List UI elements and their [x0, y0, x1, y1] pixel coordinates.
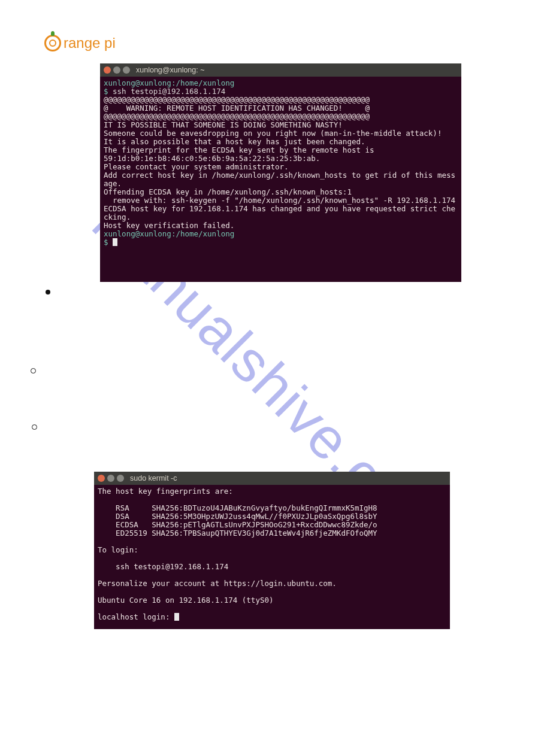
line-eaves: Someone could be eavesdropping on you ri…: [104, 129, 442, 138]
orange-pi-logo: range pi: [44, 35, 116, 51]
rsa-line: RSA SHA256:BDTuzoU4JABuKznGvyaftyo/bukEn…: [98, 503, 377, 512]
close-icon: [104, 66, 111, 74]
terminal-screenshot-kermit: sudo kermit -c The host key fingerprints…: [94, 472, 450, 629]
ed25519-line: ED25519 SHA256:TPBSaupQTHYEV3Gj0d7A1teWv…: [98, 529, 377, 538]
line-fail: Host key verification failed.: [104, 221, 234, 230]
terminal-body: The host key fingerprints are: RSA SHA25…: [94, 485, 450, 625]
to-login: To login:: [98, 545, 138, 554]
line-fp2: 59:1d:b0:1e:b8:46:c0:5e:6b:9a:5a:22:5a:2…: [104, 154, 320, 163]
cursor-icon: [113, 238, 117, 246]
orange-pi-icon: [44, 35, 61, 51]
prompt-symbol: $: [104, 87, 113, 96]
orange-pi-wordmark: range pi: [64, 35, 116, 51]
terminal-titlebar: xunlong@xunlong: ~: [100, 63, 461, 77]
terminal-screenshot-ssh-warning: xunlong@xunlong: ~ xunlong@xunlong:/home…: [100, 63, 461, 282]
localhost-login: localhost login:: [98, 612, 174, 621]
terminal-titlebar: sudo kermit -c: [94, 472, 450, 485]
ubuntu-core: Ubuntu Core 16 on 192.168.1.174 (ttyS0): [98, 596, 274, 605]
prompt-path2: xunlong@xunlong:/home/xunlong: [104, 229, 234, 238]
ssh-login: ssh testopi@192.168.1.174: [98, 562, 228, 571]
line-remove: remove with: ssh-keygen -f "/home/xunlon…: [104, 196, 455, 205]
line-off: Offending ECDSA key in /home/xunlong/.ss…: [104, 187, 352, 196]
maximize-icon: [123, 66, 130, 74]
line-also: It is also possible that a host key has …: [104, 137, 365, 146]
cursor-icon: [174, 613, 179, 621]
terminal-title: xunlong@xunlong: ~: [136, 66, 205, 74]
prompt-symbol2: $: [104, 238, 113, 247]
fp-are: The host key fingerprints are:: [98, 487, 233, 496]
warn-sep: @@@@@@@@@@@@@@@@@@@@@@@@@@@@@@@@@@@@@@@@…: [104, 95, 370, 104]
bullet-hollow: [31, 368, 36, 374]
line-nasty: IT IS POSSIBLE THAT SOMEONE IS DOING SOM…: [104, 120, 343, 129]
ssh-command: ssh testopi@192.168.1.174: [113, 87, 225, 96]
warn-sep2: @@@@@@@@@@@@@@@@@@@@@@@@@@@@@@@@@@@@@@@@…: [104, 112, 370, 121]
line-add: Add correct host key in /home/xunlong/.s…: [104, 171, 455, 188]
maximize-icon: [117, 475, 124, 482]
minimize-icon: [113, 66, 120, 74]
dsa-line: DSA SHA256:5M3OHpzUWJ2uss4qMwL//f0PXUzJL…: [98, 512, 377, 521]
prompt-path: xunlong@xunlong:/home/xunlong: [104, 78, 234, 87]
bullet-hollow: [32, 424, 37, 430]
line-fp1: The fingerprint for the ECDSA key sent b…: [104, 145, 374, 154]
bullet-solid: [46, 290, 50, 294]
line-admin: Please contact your system administrator…: [104, 162, 289, 171]
terminal-title: sudo kermit -c: [130, 474, 177, 482]
close-icon: [98, 475, 105, 482]
terminal-body: xunlong@xunlong:/home/xunlong $ ssh test…: [100, 77, 461, 250]
warn-line: @ WARNING: REMOTE HOST IDENTIFICATION HA…: [104, 104, 370, 113]
personalize: Personalize your account at https://logi…: [98, 579, 337, 588]
minimize-icon: [107, 475, 114, 482]
ecdsa-line: ECDSA SHA256:pETlgAGTLsUnvPXJPSHOoG291+R…: [98, 520, 377, 529]
line-changed: ECDSA host key for 192.168.1.174 has cha…: [104, 204, 455, 221]
